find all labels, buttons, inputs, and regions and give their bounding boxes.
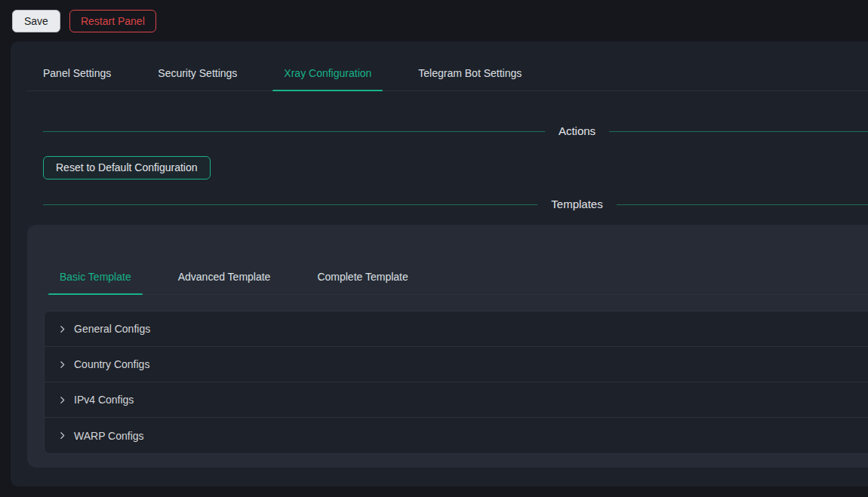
settings-card: Panel Settings Security Settings Xray Co…: [11, 41, 868, 486]
chevron-right-icon: [57, 394, 67, 405]
collapse-header-country-configs[interactable]: Country Configs: [45, 347, 868, 382]
chevron-right-icon: [57, 431, 67, 441]
reset-default-config-button[interactable]: Reset to Default Configuration: [43, 156, 211, 179]
collapse-header-label: General Configs: [74, 323, 150, 335]
chevron-right-icon: [57, 359, 67, 370]
chevron-right-icon: [57, 324, 67, 334]
tab-basic-template[interactable]: Basic Template: [48, 271, 143, 294]
collapse-header-label: IPv4 Configs: [74, 394, 134, 406]
tab-panel-settings[interactable]: Panel Settings: [32, 67, 122, 91]
collapse-header-ipv4-configs[interactable]: IPv4 Configs: [45, 382, 868, 418]
collapse-header-label: WARP Configs: [74, 430, 144, 442]
tab-security-settings[interactable]: Security Settings: [146, 67, 248, 91]
tab-complete-template[interactable]: Complete Template: [306, 271, 419, 294]
collapse-header-general-configs[interactable]: General Configs: [45, 311, 868, 347]
collapse-header-warp-configs[interactable]: WARP Configs: [45, 418, 868, 453]
template-tabs: Basic Template Advanced Template Complet…: [44, 225, 868, 295]
restart-panel-button[interactable]: Restart Panel: [69, 10, 156, 32]
templates-divider-label: Templates: [537, 196, 616, 213]
save-button[interactable]: Save: [12, 10, 60, 32]
divider-line: [617, 204, 868, 205]
template-collapse: General Configs Country Configs IPv4 Con…: [44, 311, 868, 454]
tab-advanced-template[interactable]: Advanced Template: [167, 271, 282, 294]
tab-xray-configuration[interactable]: Xray Configuration: [272, 67, 383, 91]
settings-tabs: Panel Settings Security Settings Xray Co…: [27, 41, 868, 91]
actions-divider: Actions: [43, 123, 868, 140]
divider-line: [609, 131, 868, 132]
templates-divider: Templates: [43, 196, 868, 213]
divider-line: [43, 131, 545, 132]
tab-telegram-bot-settings[interactable]: Telegram Bot Settings: [407, 67, 533, 91]
divider-line: [43, 204, 537, 205]
templates-card: Basic Template Advanced Template Complet…: [27, 225, 868, 468]
topbar: Save Restart Panel: [0, 0, 868, 41]
collapse-header-label: Country Configs: [74, 358, 149, 370]
actions-divider-label: Actions: [545, 123, 609, 140]
